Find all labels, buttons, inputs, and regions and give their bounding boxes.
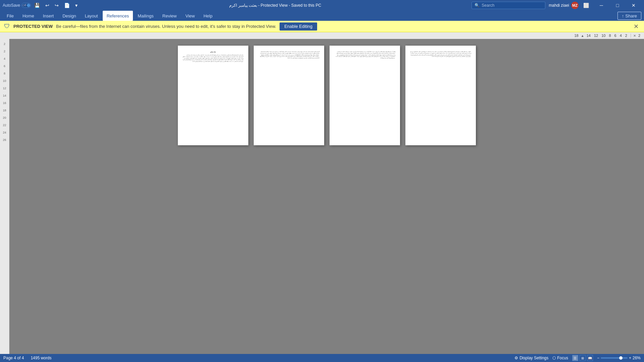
zoom-slider[interactable] xyxy=(601,357,628,359)
more-icon[interactable]: ▾ xyxy=(74,2,79,9)
page-2: گزارش دقيق اسناد و مدارک محرمانه و مهم‌ت… xyxy=(254,46,324,145)
shield-icon: 🛡 xyxy=(4,23,10,30)
tab-view[interactable]: View xyxy=(181,11,199,21)
read-mode-button[interactable]: 📖 xyxy=(587,355,593,361)
redo-icon[interactable]: ↪ xyxy=(53,2,60,9)
tab-insert[interactable]: Insert xyxy=(39,11,58,21)
zoom-num-2a[interactable]: 2 xyxy=(624,34,628,38)
share-button[interactable]: ↑ Share xyxy=(617,12,641,20)
zoom-in-icon[interactable]: + xyxy=(629,356,631,360)
zoom-num-4[interactable]: 4 xyxy=(619,34,623,38)
ruler-num-2b: 2 xyxy=(0,48,9,55)
focus-icon: ⬡ xyxy=(552,356,556,360)
quick-access-toolbar: 💾 ↩ ↪ 📄 ▾ xyxy=(33,2,79,9)
tab-layout[interactable]: Layout xyxy=(81,11,102,21)
new-doc-icon[interactable]: 📄 xyxy=(63,2,71,9)
undo-icon[interactable]: ↩ xyxy=(44,2,51,9)
status-right: ⚙ Display Settings ⬡ Focus ☰ ⊞ 📖 − + 26% xyxy=(514,355,641,361)
ruler-num-6: 6 xyxy=(0,62,9,70)
ruler-num-12: 12 xyxy=(0,85,9,92)
enable-editing-button[interactable]: Enable Editing xyxy=(280,22,317,31)
page-3-content: ظاهراً برخوردهاي اوليه و نتايج نظامي آن … xyxy=(334,51,395,59)
zoom-num-6[interactable]: 6 xyxy=(613,34,617,38)
ribbon-display-icon[interactable]: ⬜ xyxy=(582,2,590,9)
search-bar[interactable]: 🔍 xyxy=(472,2,545,9)
ruler-num-14: 14 xyxy=(0,92,9,99)
share-icon: ↑ xyxy=(622,13,624,18)
maximize-button[interactable]: □ xyxy=(610,0,625,11)
zoom-slider-thumb xyxy=(619,356,623,360)
document-title: بعثت پيامبر اكرم - Protected View - Save… xyxy=(79,3,472,8)
save-icon[interactable]: 💾 xyxy=(33,2,41,9)
page-2-text: گزارش دقيق اسناد و مدارک محرمانه و مهم‌ت… xyxy=(258,51,319,59)
ruler-num-20: 20 xyxy=(0,114,9,121)
ruler-num-22: 22 xyxy=(0,121,9,129)
autosave-area[interactable]: AutoSave Off xyxy=(3,3,31,8)
page-4-content: علاوه بر جنبه‌هاي نظامي، دوران پيامبر اک… xyxy=(410,51,471,57)
tab-help[interactable]: Help xyxy=(199,11,216,21)
main-area: 2 2 4 6 8 10 12 14 16 18 20 22 24 26 بعث… xyxy=(0,39,644,354)
title-bar: AutoSave Off 💾 ↩ ↪ 📄 ▾ بعثت پيامبر اكرم … xyxy=(0,0,644,11)
search-input[interactable] xyxy=(482,3,542,8)
search-icon: 🔍 xyxy=(475,3,480,8)
page-1-title: بعثت پيامبر xyxy=(183,51,244,53)
close-button[interactable]: ✕ xyxy=(626,0,641,11)
page-4: علاوه بر جنبه‌هاي نظامي، دوران پيامبر اک… xyxy=(405,46,476,145)
ruler-num-8: 8 xyxy=(0,70,9,77)
page-3-text: ظاهراً برخوردهاي اوليه و نتايج نظامي آن … xyxy=(334,51,395,59)
ribbon: File Home Insert Design Layout Reference… xyxy=(0,11,644,21)
zoom-down-icon: ✕ xyxy=(633,34,636,38)
zoom-num-12[interactable]: 12 xyxy=(593,34,599,38)
user-area: mahdi ziaei MZ xyxy=(549,2,579,9)
username: mahdi ziaei xyxy=(549,3,569,8)
zoom-num-10[interactable]: 10 xyxy=(600,34,606,38)
left-ruler: 2 2 4 6 8 10 12 14 16 18 20 22 24 26 xyxy=(0,39,9,354)
ruler-num-16: 16 xyxy=(0,99,9,107)
autosave-state: Off xyxy=(22,4,26,7)
tab-references[interactable]: References xyxy=(103,11,133,21)
zoom-level[interactable]: 26% xyxy=(633,356,641,360)
protected-view-banner: 🛡 PROTECTED VIEW Be careful—files from t… xyxy=(0,21,644,32)
focus-mode[interactable]: ⬡ Focus xyxy=(552,356,568,360)
autosave-knob xyxy=(27,4,30,7)
banner-close-button[interactable]: ✕ xyxy=(632,23,640,30)
window-controls: ─ □ ✕ xyxy=(594,0,641,11)
tab-mailings[interactable]: Mailings xyxy=(134,11,158,21)
ruler-num-26: 26 xyxy=(0,136,9,144)
page-1-text: بعثت پيامبر اکرم(ص) و اعلام پيام الهي در… xyxy=(183,54,244,62)
tab-review[interactable]: Review xyxy=(158,11,181,21)
display-settings-icon: ⚙ xyxy=(514,356,518,360)
tab-home[interactable]: Home xyxy=(18,11,38,21)
ruler-num-18: 18 xyxy=(0,107,9,114)
pages-container: بعثت پيامبر بعثت پيامبر اکرم(ص) و اعلام … xyxy=(178,46,476,145)
page-zoom-bar: 18 ▲ 14 12 10 8 6 4 2 ✕ 2 xyxy=(0,32,644,39)
user-avatar[interactable]: MZ xyxy=(571,2,579,9)
document-area: بعثت پيامبر بعثت پيامبر اکرم(ص) و اعلام … xyxy=(9,39,644,354)
display-settings[interactable]: ⚙ Display Settings xyxy=(514,356,548,360)
print-layout-button[interactable]: ☰ xyxy=(572,355,578,361)
word-count: 1495 words xyxy=(31,356,51,360)
zoom-control: − + 26% xyxy=(597,356,641,360)
ruler-num-24: 24 xyxy=(0,129,9,136)
status-bar: Page 4 of 4 1495 words ⚙ Display Setting… xyxy=(0,354,644,362)
title-bar-left: AutoSave Off 💾 ↩ ↪ 📄 ▾ xyxy=(3,2,79,9)
tab-design[interactable]: Design xyxy=(58,11,80,21)
page-2-content: گزارش دقيق اسناد و مدارک محرمانه و مهم‌ت… xyxy=(258,51,319,59)
ruler-num-2a: 2 xyxy=(0,40,9,48)
page-3: ظاهراً برخوردهاي اوليه و نتايج نظامي آن … xyxy=(330,46,400,145)
zoom-num-8[interactable]: 8 xyxy=(608,34,612,38)
autosave-toggle[interactable]: Off xyxy=(21,3,31,8)
minimize-button[interactable]: ─ xyxy=(594,0,609,11)
view-controls: ☰ ⊞ 📖 xyxy=(572,355,593,361)
page-4-text: علاوه بر جنبه‌هاي نظامي، دوران پيامبر اک… xyxy=(410,51,471,57)
zoom-num-18[interactable]: 18 xyxy=(573,34,579,38)
tab-file[interactable]: File xyxy=(3,11,18,21)
zoom-out-icon[interactable]: − xyxy=(597,356,599,360)
zoom-num-2b[interactable]: 2 xyxy=(637,34,641,38)
web-layout-button[interactable]: ⊞ xyxy=(580,355,586,361)
zoom-separator xyxy=(631,34,631,38)
protected-view-message: Be careful—files from the Internet can c… xyxy=(56,24,276,29)
page-info: Page 4 of 4 xyxy=(3,356,24,360)
zoom-num-14[interactable]: 14 xyxy=(586,34,592,38)
protected-view-title: PROTECTED VIEW xyxy=(13,24,53,29)
